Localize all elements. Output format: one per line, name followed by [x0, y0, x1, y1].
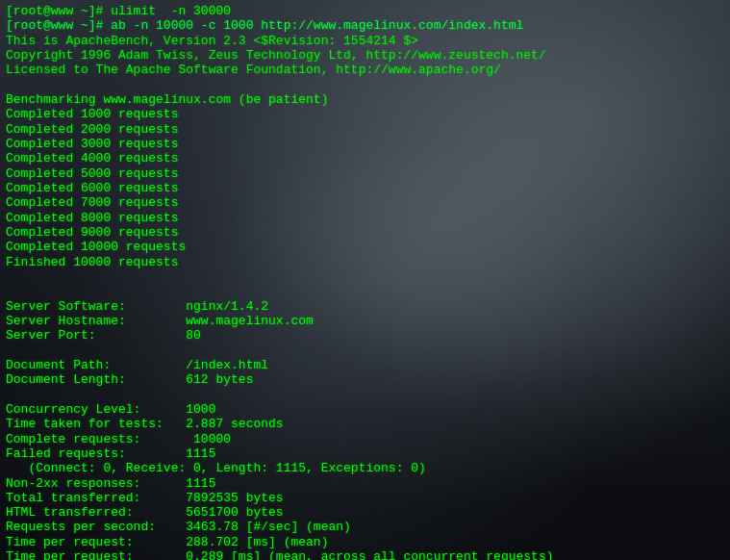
terminal-line-22: Server Port: 80 — [6, 328, 724, 343]
terminal-line-30: Failed requests: 1115 — [6, 446, 724, 461]
terminal-line-36: Time per request: 288.702 [ms] (mean) — [6, 535, 724, 549]
terminal-line-14: Completed 8000 requests — [6, 211, 724, 225]
terminal-line-15: Completed 9000 requests — [6, 225, 724, 240]
terminal-line-10: Completed 4000 requests — [6, 151, 724, 165]
terminal-line-18 — [6, 269, 724, 284]
terminal-line-20: Server Software: nginx/1.4.2 — [6, 299, 724, 314]
terminal-line-24: Document Path: /index.html — [6, 358, 724, 372]
terminal-line-3: Copyright 1996 Adam Twiss, Zeus Technolo… — [6, 48, 724, 63]
terminal-line-29: Complete requests: 10000 — [6, 432, 724, 446]
terminal-line-13: Completed 7000 requests — [6, 195, 724, 210]
terminal-line-5 — [6, 78, 724, 92]
terminal-line-7: Completed 1000 requests — [6, 107, 724, 121]
terminal-line-2: This is ApacheBench, Version 2.3 <$Revis… — [6, 34, 724, 48]
terminal-line-6: Benchmarking www.magelinux.com (be patie… — [6, 92, 724, 107]
terminal-line-16: Completed 10000 requests — [6, 240, 724, 254]
terminal-line-12: Completed 6000 requests — [6, 181, 724, 195]
terminal-line-34: HTML transferred: 5651700 bytes — [6, 505, 724, 520]
terminal-line-23 — [6, 344, 724, 358]
terminal-line-32: Non-2xx responses: 1115 — [6, 476, 724, 491]
terminal-line-28: Time taken for tests: 2.887 seconds — [6, 417, 724, 431]
terminal-line-19 — [6, 284, 724, 298]
terminal-line-9: Completed 3000 requests — [6, 137, 724, 151]
terminal-line-37: Time per request: 0.289 [ms] (mean, acro… — [6, 549, 724, 560]
terminal-window: [root@www ~]# ulimit -n 30000[root@www ~… — [0, 0, 730, 560]
terminal-line-1: [root@www ~]# ab -n 10000 -c 1000 http:/… — [6, 18, 724, 33]
terminal-line-21: Server Hostname: www.magelinux.com — [6, 314, 724, 328]
terminal-line-0: [root@www ~]# ulimit -n 30000 — [6, 4, 724, 18]
terminal-line-35: Requests per second: 3463.78 [#/sec] (me… — [6, 520, 724, 534]
terminal-line-31: (Connect: 0, Receive: 0, Length: 1115, E… — [6, 461, 724, 475]
terminal-line-4: Licensed to The Apache Software Foundati… — [6, 63, 724, 77]
terminal-line-33: Total transferred: 7892535 bytes — [6, 491, 724, 505]
terminal-line-25: Document Length: 612 bytes — [6, 372, 724, 387]
terminal-line-27: Concurrency Level: 1000 — [6, 402, 724, 417]
terminal-line-17: Finished 10000 requests — [6, 255, 724, 269]
terminal-line-11: Completed 5000 requests — [6, 166, 724, 181]
terminal-line-26 — [6, 388, 724, 402]
terminal-line-8: Completed 2000 requests — [6, 122, 724, 137]
